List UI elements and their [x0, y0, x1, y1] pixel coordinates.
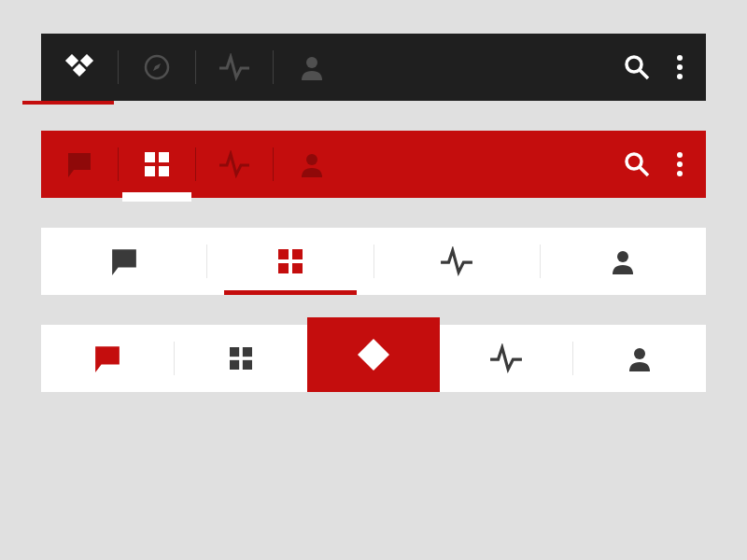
tab-activity[interactable] — [374, 228, 540, 295]
person-icon — [610, 248, 636, 274]
tab-activity[interactable] — [440, 325, 572, 392]
activity-icon — [489, 343, 523, 373]
tab-profile[interactable] — [274, 131, 350, 198]
svg-point-19 — [677, 171, 683, 176]
tab-grid[interactable] — [175, 325, 307, 392]
svg-point-8 — [677, 64, 683, 70]
tab-activity[interactable] — [196, 131, 273, 198]
tab-compose[interactable] — [307, 317, 440, 392]
more-vertical-icon[interactable] — [676, 151, 684, 177]
svg-rect-0 — [65, 54, 78, 67]
svg-rect-10 — [145, 152, 155, 162]
search-icon[interactable] — [624, 151, 650, 177]
actions-group — [624, 34, 706, 101]
svg-rect-29 — [358, 339, 389, 371]
svg-rect-21 — [292, 249, 303, 259]
svg-point-7 — [677, 55, 683, 61]
person-icon — [299, 54, 325, 80]
tab-profile[interactable] — [541, 228, 706, 295]
svg-rect-12 — [145, 166, 155, 176]
svg-line-6 — [640, 70, 648, 78]
svg-point-24 — [617, 251, 628, 262]
actions-group — [624, 131, 706, 198]
tab-home[interactable] — [41, 34, 118, 101]
tab-profile[interactable] — [274, 34, 350, 101]
toolbar-white — [41, 228, 706, 295]
svg-rect-13 — [159, 166, 169, 176]
toolbar-red — [41, 131, 706, 198]
svg-point-15 — [627, 154, 641, 169]
grid-icon — [278, 249, 303, 273]
chat-icon — [93, 344, 121, 372]
tab-chat[interactable] — [41, 228, 206, 295]
activity-icon — [218, 150, 250, 178]
svg-point-18 — [677, 161, 683, 167]
svg-point-4 — [306, 57, 317, 68]
svg-rect-26 — [243, 347, 252, 357]
tab-explore[interactable] — [119, 34, 195, 101]
tab-profile[interactable] — [573, 325, 706, 392]
toolbar-white-fab — [41, 325, 706, 392]
svg-rect-20 — [278, 249, 289, 259]
activity-icon — [440, 246, 473, 276]
chat-icon — [110, 247, 138, 275]
svg-rect-23 — [292, 263, 303, 273]
svg-point-9 — [677, 74, 683, 79]
tabs-group — [41, 228, 706, 295]
search-icon[interactable] — [624, 54, 650, 80]
svg-point-5 — [627, 57, 641, 72]
tabs-group — [41, 325, 706, 392]
svg-line-16 — [640, 167, 648, 175]
grid-icon — [145, 152, 169, 176]
svg-rect-28 — [243, 360, 252, 370]
tab-grid[interactable] — [119, 131, 195, 198]
tabs-group — [41, 131, 624, 198]
diamond-plus-icon — [351, 332, 396, 377]
tab-chat[interactable] — [41, 131, 118, 198]
svg-rect-2 — [73, 63, 86, 77]
grid-icon — [230, 347, 252, 370]
toolbar-dark — [41, 34, 706, 101]
compass-icon — [143, 53, 171, 81]
tab-activity[interactable] — [196, 34, 273, 101]
svg-rect-1 — [80, 54, 93, 67]
person-icon — [299, 151, 325, 177]
svg-point-14 — [306, 154, 317, 165]
activity-icon — [218, 53, 250, 81]
svg-point-32 — [634, 348, 645, 359]
tab-grid[interactable] — [207, 228, 373, 295]
svg-point-17 — [677, 152, 683, 158]
chat-icon — [66, 151, 92, 177]
svg-rect-25 — [230, 347, 239, 357]
tabs-group — [41, 34, 624, 101]
person-icon — [627, 345, 653, 371]
more-vertical-icon[interactable] — [676, 54, 684, 80]
svg-rect-11 — [159, 152, 169, 162]
svg-rect-22 — [278, 263, 289, 273]
tab-chat[interactable] — [41, 325, 174, 392]
diamonds-icon — [63, 54, 95, 80]
svg-rect-27 — [230, 360, 239, 370]
